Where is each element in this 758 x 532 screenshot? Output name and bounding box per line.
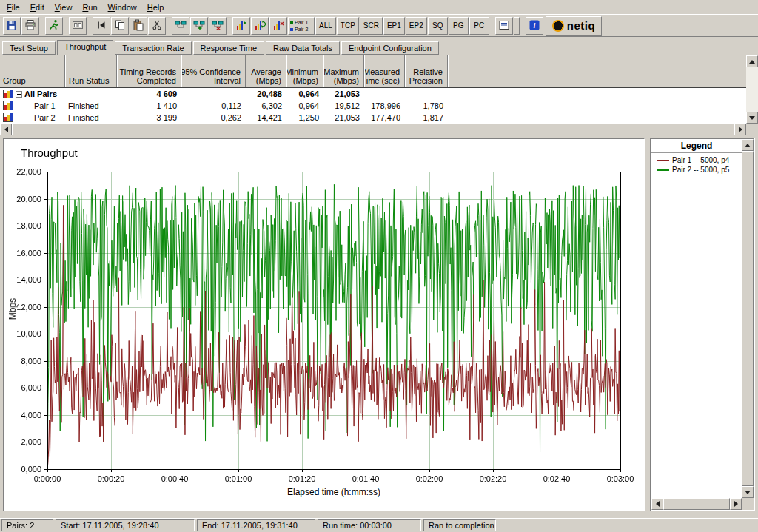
ytick: 20,000 [6, 195, 41, 203]
save-icon [6, 19, 18, 33]
legend-item-pair2[interactable]: Pair 2 -- 5000, p5 [651, 165, 742, 175]
app-window: File Edit View Run Window Help Pair 1 Pa… [0, 0, 758, 532]
table-horizontal-scrollbar[interactable] [0, 124, 746, 135]
slide-view-icon [72, 19, 84, 33]
cell-timing-records: 1 410 [117, 100, 181, 112]
info-button[interactable]: i [526, 17, 543, 35]
chart-panel: Throughput Mbps Elapsed time (h:mm:ss) 0… [3, 138, 645, 511]
copy-icon [114, 19, 126, 33]
menu-help[interactable]: Help [142, 1, 170, 13]
chart-refresh-icon [254, 19, 266, 33]
run-test-button[interactable] [45, 17, 63, 35]
cell-run-status: Finished [65, 112, 117, 124]
chart-refresh-button[interactable] [251, 17, 269, 35]
filter-scr-button[interactable]: SCR [360, 17, 383, 35]
scroll-track[interactable] [746, 67, 758, 112]
paste-button[interactable] [130, 17, 147, 35]
filter-ep2-button[interactable]: EP2 [406, 17, 427, 35]
tab-test-setup[interactable]: Test Setup [2, 41, 56, 55]
filter-all-button[interactable]: ALL [315, 17, 336, 35]
endpoint-pair-button-2[interactable] [190, 17, 208, 35]
go-first-button[interactable] [93, 17, 110, 35]
menu-run[interactable]: Run [77, 1, 102, 13]
ytick: 4,000 [6, 411, 41, 420]
table-row-all-pairs[interactable]: All Pairs 4 609 20,488 0,964 21,053 [0, 88, 746, 100]
tab-endpoint-configuration[interactable]: Endpoint Configuration [341, 41, 439, 55]
chart-pairs-button[interactable] [232, 17, 250, 35]
scrollbar-corner [746, 124, 758, 135]
filter-sq-button[interactable]: SQ [428, 17, 448, 35]
scroll-down-button[interactable] [742, 486, 754, 498]
filter-pc-button[interactable]: PC [469, 17, 489, 35]
arrow-left-icon [4, 127, 8, 132]
cell-measured-time: 178,996 [364, 100, 405, 112]
table-row-pair-1[interactable]: Pair 1 Finished 1 410 0,112 6,302 0,964 … [0, 100, 746, 112]
arrow-down-icon [745, 491, 751, 494]
list-view-button[interactable] [495, 17, 513, 35]
scroll-right-button[interactable] [730, 498, 742, 510]
scroll-thumb[interactable] [742, 151, 754, 486]
scroll-thumb[interactable] [663, 498, 730, 510]
xtick: 0:02:20 [469, 474, 517, 483]
cell-measured-time [364, 88, 405, 100]
table-vertical-scrollbar[interactable] [746, 55, 758, 124]
scroll-down-button[interactable] [746, 112, 758, 124]
xtick: 0:03:00 [597, 474, 644, 483]
menu-window[interactable]: Window [103, 1, 142, 13]
scroll-thumb[interactable] [12, 124, 734, 135]
tabbar: Test Setup Throughput Transaction Rate R… [0, 37, 758, 55]
save-button[interactable] [3, 17, 21, 35]
tab-throughput[interactable]: Throughput [57, 40, 113, 55]
table-row-pair-2[interactable]: Pair 2 Finished 3 199 0,262 14,421 1,250… [0, 112, 746, 124]
menu-view[interactable]: View [50, 1, 78, 13]
scroll-up-button[interactable] [742, 139, 754, 151]
scroll-right-button[interactable] [734, 124, 746, 135]
tab-raw-data-totals[interactable]: Raw Data Totals [266, 41, 340, 55]
filter-pg-button[interactable]: PG [449, 17, 469, 35]
arrow-right-icon [739, 127, 742, 132]
tab-transaction-rate[interactable]: Transaction Rate [115, 41, 191, 55]
legend-vertical-scrollbar[interactable] [742, 139, 754, 498]
scroll-track[interactable] [742, 151, 754, 486]
ytick: 18,000 [6, 221, 41, 230]
print-button[interactable] [21, 17, 39, 35]
chart-pairs-icon [235, 19, 247, 33]
endpoint-pair-button-1[interactable] [172, 17, 190, 35]
cut-button[interactable] [148, 17, 166, 35]
arrow-down-icon [749, 116, 755, 120]
menu-file[interactable]: File [1, 1, 25, 13]
arrow-up-icon [745, 144, 751, 147]
scroll-track[interactable] [663, 498, 730, 510]
cell-group: Pair 1 [0, 100, 65, 112]
svg-text:i: i [533, 21, 535, 29]
cell-confidence: 0,262 [181, 112, 246, 124]
scroll-left-button[interactable] [651, 498, 663, 510]
netiq-logo: netiq [546, 16, 602, 36]
legend-horizontal-scrollbar[interactable] [651, 498, 742, 510]
column-header-minimum: Minimum(Mbps) [286, 55, 323, 87]
cell-average: 20,488 [246, 88, 286, 100]
cell-minimum: 0,964 [286, 100, 323, 112]
scroll-up-button[interactable] [746, 55, 758, 67]
ytick: 12,000 [6, 303, 41, 312]
legend-item-pair1[interactable]: Pair 1 -- 5000, p4 [651, 155, 742, 165]
endpoint-pair-button-3[interactable] [209, 17, 227, 35]
cell-average: 14,421 [246, 112, 286, 124]
filter-tcp-button[interactable]: TCP [337, 17, 359, 35]
column-header-confidence: 95% ConfidenceInterval [181, 55, 246, 87]
filter-ep1-button[interactable]: EP1 [383, 17, 405, 35]
slide-view-button[interactable] [69, 17, 87, 35]
cell-precision: 1,817 [405, 112, 448, 124]
copy-button[interactable] [111, 17, 129, 35]
menu-edit[interactable]: Edit [25, 1, 50, 13]
cell-minimum: 1,250 [286, 112, 323, 124]
scroll-left-button[interactable] [0, 124, 12, 135]
tree-collapse-icon[interactable] [16, 91, 22, 98]
tab-response-time[interactable]: Response Time [193, 41, 264, 55]
scroll-track[interactable] [12, 124, 734, 135]
chart-remove-button[interactable] [269, 17, 287, 35]
column-header-run-status: Run Status [65, 55, 117, 87]
pair-swap-button[interactable]: Pair 1 Pair 2 [288, 17, 315, 35]
xtick: 0:01:20 [278, 474, 326, 483]
column-header-timing-records: Timing RecordsCompleted [117, 55, 181, 87]
